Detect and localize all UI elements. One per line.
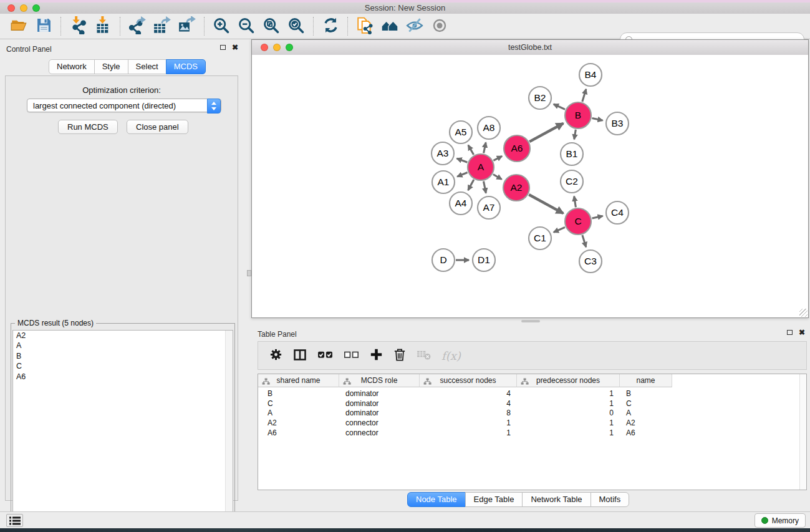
- import-network-button[interactable]: [65, 15, 90, 37]
- graph-node-B[interactable]: B: [565, 102, 591, 128]
- column-sort-icon: [262, 377, 270, 389]
- tab-node-table[interactable]: Node Table: [407, 492, 466, 507]
- show-hide-button[interactable]: [427, 15, 452, 37]
- table-row[interactable]: A2connector11A2: [258, 418, 806, 428]
- window-resize-grip[interactable]: [799, 309, 808, 317]
- vertical-splitter-handle[interactable]: [247, 270, 251, 276]
- tab-style[interactable]: Style: [94, 59, 128, 74]
- result-item[interactable]: C: [13, 362, 233, 372]
- graph-node-C[interactable]: C: [565, 208, 591, 235]
- result-item[interactable]: A2: [13, 331, 233, 341]
- clear-all-checks-button[interactable]: [344, 348, 359, 363]
- graph-node-D[interactable]: D: [432, 249, 455, 271]
- graph-node-D1[interactable]: D1: [473, 249, 495, 271]
- window-titlebar: Session: New Session: [0, 0, 810, 14]
- tab-mcds[interactable]: MCDS: [166, 59, 206, 74]
- tab-edge-table[interactable]: Edge Table: [465, 492, 523, 507]
- save-session-button[interactable]: [31, 15, 56, 37]
- graph-node-A7[interactable]: A7: [478, 196, 500, 219]
- graph-node-C2[interactable]: C2: [561, 170, 583, 193]
- close-panel-button[interactable]: Close panel: [127, 120, 188, 134]
- zoom-out-button[interactable]: [234, 15, 259, 37]
- graph-node-B3[interactable]: B3: [606, 112, 629, 135]
- column-sort-icon: [521, 377, 529, 389]
- desktop-background-strip: [0, 528, 810, 532]
- zoom-selected-button[interactable]: [284, 15, 309, 37]
- clone-network-button[interactable]: [352, 15, 377, 37]
- task-history-button[interactable]: [6, 514, 23, 527]
- table-cell: 1: [517, 399, 620, 408]
- svg-text:A2: A2: [511, 182, 523, 193]
- network-window-title: testGlobe.txt: [252, 43, 808, 52]
- float-table-panel-icon[interactable]: [787, 330, 793, 335]
- graph-node-A1[interactable]: A1: [432, 171, 455, 193]
- graph-node-B2[interactable]: B2: [529, 87, 551, 109]
- graph-node-B4[interactable]: B4: [579, 64, 602, 86]
- hide-panel-button[interactable]: [402, 15, 427, 37]
- result-scrollbar[interactable]: [225, 331, 233, 532]
- result-item[interactable]: B: [13, 351, 233, 362]
- run-mcds-button[interactable]: Run MCDS: [58, 120, 118, 134]
- column-header-name[interactable]: name: [620, 374, 672, 387]
- open-session-button[interactable]: [6, 15, 31, 37]
- close-table-panel-icon[interactable]: ✖: [799, 329, 805, 336]
- criterion-dropdown[interactable]: largest connected component (directed): [27, 99, 221, 112]
- refresh-icon: [322, 17, 339, 36]
- show-columns-button[interactable]: [293, 348, 307, 364]
- zoom-fit-button[interactable]: [259, 15, 284, 37]
- table-settings-button[interactable]: [269, 348, 282, 363]
- graph-node-A6[interactable]: A6: [504, 135, 530, 162]
- tab-network[interactable]: Network: [49, 59, 95, 74]
- delete-column-button[interactable]: [393, 348, 406, 364]
- graph-node-A2[interactable]: A2: [503, 175, 529, 201]
- table-scrollbar[interactable]: [799, 374, 806, 490]
- export-image-button[interactable]: [175, 15, 200, 37]
- table-cell: connector: [339, 418, 420, 427]
- tab-network-table[interactable]: Network Table: [522, 492, 591, 507]
- close-panel-icon[interactable]: ✖: [232, 44, 238, 51]
- graph-node-A4[interactable]: A4: [450, 192, 472, 215]
- table-row[interactable]: Adominator80A: [258, 409, 806, 418]
- home-button[interactable]: [377, 15, 402, 37]
- graph-node-C4[interactable]: C4: [606, 201, 629, 224]
- zoom-fit-icon: [263, 17, 280, 36]
- column-header-MCDS-role[interactable]: MCDS role: [339, 374, 420, 387]
- add-column-button[interactable]: [370, 348, 383, 363]
- graph-node-A8[interactable]: A8: [478, 117, 500, 139]
- result-item[interactable]: A: [13, 341, 233, 352]
- table-cell: dominator: [339, 399, 420, 408]
- table-row[interactable]: Bdominator41B: [258, 389, 806, 399]
- zoom-in-button[interactable]: [209, 15, 234, 37]
- column-header-predecessor-nodes[interactable]: predecessor nodes: [517, 374, 620, 387]
- graph-node-A3[interactable]: A3: [432, 142, 454, 165]
- graph-node-B1[interactable]: B1: [561, 143, 583, 165]
- graph-node-A[interactable]: A: [468, 154, 494, 180]
- table-cell: A: [258, 409, 339, 417]
- horizontal-splitter-handle[interactable]: [521, 320, 540, 322]
- graph-node-C1[interactable]: C1: [529, 227, 551, 249]
- export-image-icon: [178, 16, 196, 36]
- export-table-button[interactable]: [150, 15, 175, 37]
- export-network-button[interactable]: [125, 15, 150, 37]
- graph-node-C3[interactable]: C3: [579, 250, 602, 273]
- table-row[interactable]: A6connector11A6: [258, 428, 806, 438]
- column-header-label: predecessor nodes: [536, 376, 600, 385]
- column-header-shared-name[interactable]: shared name: [258, 374, 339, 387]
- network-canvas[interactable]: AA1A2A3A4A5A6A7A8BB1B2B3B4CC1C2C3C4DD1: [252, 55, 808, 317]
- column-header-label: shared name: [276, 376, 320, 385]
- control-panel-title: Control Panel: [6, 45, 52, 54]
- memory-button[interactable]: Memory: [755, 513, 806, 528]
- float-panel-icon[interactable]: [220, 45, 226, 50]
- refresh-layout-button[interactable]: [318, 15, 343, 37]
- graph-node-A5[interactable]: A5: [450, 121, 472, 143]
- table-row[interactable]: Cdominator41C: [258, 399, 806, 409]
- network-window-titlebar[interactable]: testGlobe.txt: [252, 40, 808, 56]
- tab-select[interactable]: Select: [128, 59, 166, 74]
- select-all-checks-button[interactable]: [317, 348, 333, 363]
- zoom-out-icon: [238, 17, 255, 36]
- tab-motifs[interactable]: Motifs: [591, 492, 630, 507]
- import-table-button[interactable]: [90, 15, 115, 37]
- result-item[interactable]: A6: [13, 372, 233, 382]
- column-header-successor-nodes[interactable]: successor nodes: [420, 374, 517, 387]
- mcds-result-title: MCDS result (5 nodes): [15, 319, 96, 327]
